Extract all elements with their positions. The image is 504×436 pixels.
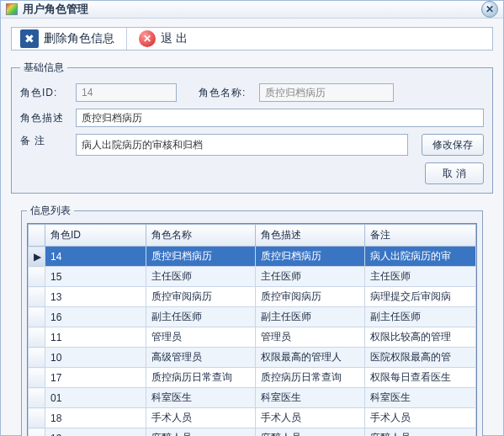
- titlebar: 用户角色管理 ✕: [1, 1, 503, 19]
- cell-name: 主任医师: [146, 267, 256, 287]
- cell-note: 病理提交后审阅病: [365, 287, 476, 307]
- cell-desc: 管理员: [256, 327, 365, 348]
- exit-button[interactable]: ✕ 退 出: [139, 30, 188, 47]
- basic-info-legend: 基础信息: [20, 61, 67, 75]
- cell-id: 10: [45, 348, 146, 368]
- row-indicator: [29, 408, 45, 428]
- table-row[interactable]: 10高级管理员权限最高的管理人医院权限最高的管: [29, 348, 476, 368]
- cell-note: 医院权限最高的管: [365, 348, 476, 368]
- col-header-note[interactable]: 备注: [365, 225, 476, 247]
- role-name-input: [259, 83, 394, 102]
- window: 用户角色管理 ✕ ✖ 删除角色信息 ✕ 退 出 基础信息 角色ID: 角色名称:…: [0, 0, 504, 436]
- cell-name: 麻醉人员: [146, 428, 256, 437]
- cell-desc: 主任医师: [256, 267, 365, 287]
- cell-desc: 质控归档病历: [256, 247, 365, 267]
- row-indicator: [29, 348, 45, 368]
- table-row[interactable]: 15主任医师主任医师主任医师: [29, 267, 476, 287]
- row-indicator: ▶: [29, 247, 45, 267]
- row-header-col: [29, 225, 45, 247]
- cell-name: 高级管理员: [146, 348, 256, 368]
- role-desc-input[interactable]: [76, 109, 484, 127]
- table-row[interactable]: 11管理员管理员权限比较高的管理: [29, 327, 476, 348]
- delete-icon: ✖: [20, 29, 39, 48]
- row-indicator: [29, 327, 45, 348]
- row-indicator: [29, 267, 45, 287]
- cell-name: 副主任医师: [146, 307, 256, 327]
- role-name-label: 角色名称:: [199, 86, 254, 100]
- remark-input[interactable]: [76, 134, 408, 156]
- cell-name: 科室医生: [146, 388, 256, 408]
- save-button[interactable]: 修改保存: [422, 134, 484, 156]
- cell-note: 病人出院病历的审: [365, 247, 476, 267]
- cell-id: 17: [45, 368, 146, 388]
- row-indicator: [29, 287, 45, 307]
- info-list-legend: 信息列表: [27, 204, 74, 218]
- cell-desc: 副主任医师: [256, 307, 365, 327]
- cell-note: 麻醉人员: [365, 428, 476, 437]
- cell-id: 13: [45, 287, 146, 307]
- app-icon: [6, 3, 18, 15]
- exit-label: 退 出: [161, 31, 188, 46]
- col-header-id[interactable]: 角色ID: [45, 225, 146, 247]
- cell-desc: 质控审阅病历: [256, 287, 365, 307]
- cell-desc: 手术人员: [256, 408, 365, 428]
- basic-info-group: 基础信息 角色ID: 角色名称: 角色描述 备 注 修改保存 取 消: [11, 61, 493, 194]
- cell-id: 16: [45, 307, 146, 327]
- cell-name: 管理员: [146, 327, 256, 348]
- cell-desc: 权限最高的管理人: [256, 348, 365, 368]
- cancel-button[interactable]: 取 消: [425, 162, 484, 184]
- toolbar-separator: [126, 28, 127, 50]
- role-id-label: 角色ID:: [20, 86, 71, 100]
- col-header-desc[interactable]: 角色描述: [256, 225, 365, 247]
- table-row[interactable]: 13质控审阅病历质控审阅病历病理提交后审阅病: [29, 287, 476, 307]
- delete-role-button[interactable]: ✖ 删除角色信息: [20, 29, 114, 48]
- cell-id: 15: [45, 267, 146, 287]
- cell-id: 19: [45, 428, 146, 437]
- cell-id: 14: [45, 247, 146, 267]
- close-icon: ✕: [485, 3, 494, 15]
- table-row[interactable]: ▶14质控归档病历质控归档病历病人出院病历的审: [29, 247, 476, 267]
- info-list-group: 信息列表 角色ID 角色名称 角色描述 备注 ▶14质控归档病历质控归档病历病人…: [21, 204, 483, 436]
- cell-name: 手术人员: [146, 408, 256, 428]
- cell-name: 质控审阅病历: [146, 287, 256, 307]
- cell-id: 01: [45, 388, 146, 408]
- data-grid[interactable]: 角色ID 角色名称 角色描述 备注 ▶14质控归档病历质控归档病历病人出院病历的…: [27, 223, 477, 436]
- table-row[interactable]: 01科室医生科室医生科室医生: [29, 388, 476, 408]
- row-indicator: [29, 388, 45, 408]
- row-indicator: [29, 307, 45, 327]
- delete-role-label: 删除角色信息: [44, 31, 114, 46]
- cell-desc: 麻醉人员: [256, 428, 365, 437]
- cell-id: 11: [45, 327, 146, 348]
- table-row[interactable]: 17质控病历日常查询质控病历日常查询权限每日查看医生: [29, 368, 476, 388]
- role-desc-label: 角色描述: [20, 111, 71, 125]
- cell-note: 手术人员: [365, 408, 476, 428]
- table-row[interactable]: 16副主任医师副主任医师副主任医师: [29, 307, 476, 327]
- cell-note: 权限每日查看医生: [365, 368, 476, 388]
- cell-note: 科室医生: [365, 388, 476, 408]
- cell-id: 18: [45, 408, 146, 428]
- table-row[interactable]: 19麻醉人员麻醉人员麻醉人员: [29, 428, 476, 437]
- window-title: 用户角色管理: [23, 2, 88, 17]
- col-header-name[interactable]: 角色名称: [146, 225, 256, 247]
- role-id-input: [76, 83, 177, 102]
- cell-desc: 质控病历日常查询: [256, 368, 365, 388]
- cell-note: 权限比较高的管理: [365, 327, 476, 348]
- remark-label: 备 注: [20, 134, 71, 148]
- exit-icon: ✕: [139, 30, 156, 47]
- table-row[interactable]: 18手术人员手术人员手术人员: [29, 408, 476, 428]
- cell-name: 质控归档病历: [146, 247, 256, 267]
- toolbar: ✖ 删除角色信息 ✕ 退 出: [11, 27, 493, 51]
- row-indicator: [29, 368, 45, 388]
- cell-desc: 科室医生: [256, 388, 365, 408]
- close-button[interactable]: ✕: [481, 1, 498, 18]
- cell-note: 副主任医师: [365, 307, 476, 327]
- cell-name: 质控病历日常查询: [146, 368, 256, 388]
- cell-note: 主任医师: [365, 267, 476, 287]
- row-indicator: [29, 428, 45, 437]
